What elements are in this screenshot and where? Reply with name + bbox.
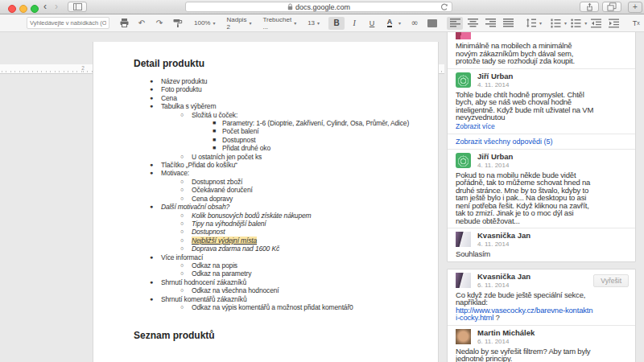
back-button[interactable]: ‹ xyxy=(40,0,50,14)
show-more-link[interactable]: Zobrazit více xyxy=(456,122,627,130)
doc-list-item[interactable]: ○Odkaz na parametry xyxy=(93,269,438,278)
close-window-button[interactable] xyxy=(8,5,16,13)
doc-list-item[interactable]: ●Tabulka s výběrem xyxy=(93,102,438,110)
doc-list-item[interactable]: ○Nejbližší výdejní místa xyxy=(93,237,438,245)
increase-indent-icon xyxy=(609,19,619,28)
align-left-button[interactable] xyxy=(447,17,463,30)
comment-author: Kvasnička Jan xyxy=(477,273,530,281)
doc-list-item[interactable]: ●Motivace: xyxy=(93,169,438,177)
comment[interactable]: 4. 11. 2014Minimálně na mobilech a minim… xyxy=(448,32,635,69)
comment-header: Kvasnička Jan4. 11. 2014 xyxy=(456,232,627,248)
font-size-select[interactable]: 13 ▾ xyxy=(304,17,323,30)
doc-list-item[interactable]: ○Tipy na výhodnější balení xyxy=(93,220,438,228)
comment-text: Co když zde bude ještě speciální sekce, … xyxy=(456,291,594,322)
doc-list-item[interactable]: ●Foto produktu xyxy=(93,85,438,93)
doc-text: Dostupnost zboží xyxy=(192,178,242,186)
bulleted-list-button[interactable] xyxy=(568,17,584,30)
insert-link-button[interactable]: ∞ xyxy=(407,17,423,30)
align-justify-button[interactable] xyxy=(500,17,516,30)
refresh-button[interactable] xyxy=(440,3,448,11)
doc-list-item[interactable]: ○Dostupnost xyxy=(93,228,438,236)
increase-indent-button[interactable] xyxy=(605,17,621,30)
font-select[interactable]: Trebuchet ... ▾ xyxy=(259,17,299,30)
doc-text: Tipy na výhodnější balení xyxy=(192,220,266,228)
comment[interactable]: Martin Michálek6. 11. 2014Nedalo by se v… xyxy=(448,326,635,362)
zoom-select[interactable]: 100% ▾ xyxy=(191,17,218,30)
doc-heading-2[interactable]: Seznam produktů xyxy=(93,311,438,341)
numbered-list-icon xyxy=(551,19,561,28)
doc-list-item[interactable]: ○Odkaz na popis xyxy=(93,261,438,269)
doc-list-item[interactable]: ●Tlačítko „Přidat do košíku“ xyxy=(93,161,438,169)
minimize-window-button[interactable] xyxy=(19,5,27,13)
comment-link[interactable]: http://www.vasecocky.cz/barevne-kontaktn… xyxy=(456,306,592,323)
undo-button[interactable]: ↶ xyxy=(134,17,150,30)
new-tab-button[interactable]: + xyxy=(628,2,642,13)
doc-list-item[interactable]: ●Další motivační obsah? xyxy=(93,203,438,211)
doc-text: Tabulka s výběrem xyxy=(161,102,216,110)
doc-text: Přidat druhé oko xyxy=(222,144,270,152)
doc-list-item[interactable]: ○Dostupnost zboží xyxy=(93,178,438,186)
decrease-indent-button[interactable] xyxy=(588,17,604,30)
doc-list-item[interactable]: ■Parametry: 1-6 (Dioptrie, Zakřivení, Cy… xyxy=(93,119,438,127)
italic-button[interactable]: I xyxy=(346,17,362,30)
doc-text: Dostupnost xyxy=(192,228,225,236)
redo-button[interactable]: ↷ xyxy=(151,17,167,30)
bullet-icon: ○ xyxy=(180,220,184,228)
sidebar-toggle-button[interactable] xyxy=(68,2,87,12)
bullet-icon: ○ xyxy=(180,186,184,194)
doc-list-item[interactable]: ●Název produktu xyxy=(93,77,438,85)
share-button[interactable] xyxy=(580,2,599,12)
doc-list-item[interactable]: ■Přidat druhé oko xyxy=(93,144,438,152)
doc-list-item[interactable]: ○U ostatních jen počet ks xyxy=(93,153,438,161)
comment[interactable]: Kvasnička Jan6. 11. 2014VyřešitCo když z… xyxy=(448,269,635,326)
bullet-icon: ○ xyxy=(180,245,184,253)
doc-list-item[interactable]: ●Shrnutí hodnocení zákazníků xyxy=(93,278,438,286)
doc-list-item[interactable]: ●Cena xyxy=(93,94,438,102)
numbered-list-button[interactable] xyxy=(547,17,564,30)
paragraph-style-select[interactable]: Nadpis 2 ▾ xyxy=(223,17,254,30)
insert-image-button[interactable] xyxy=(424,17,440,30)
doc-list-item[interactable]: ○Složitá u čoček: xyxy=(93,111,438,119)
bullet-icon: ● xyxy=(150,278,153,286)
align-center-button[interactable] xyxy=(464,17,481,30)
doc-list-item[interactable]: ○Doprava zdarma nad 1600 Kč xyxy=(93,245,438,253)
doc-list-item[interactable]: ○Odkaz na všechna hodnocení xyxy=(93,286,438,294)
doc-list-item[interactable]: ○Cena dopravy xyxy=(93,195,438,203)
forward-button[interactable]: › xyxy=(52,0,61,14)
doc-text: Parametry: 1-6 (Dioptrie, Zakřivení, Cyl… xyxy=(222,119,409,127)
line-spacing-button[interactable] xyxy=(522,17,539,30)
doc-list-item[interactable]: ○Kolik bonusových bodů získáte nákupem xyxy=(93,212,438,220)
document-page[interactable]: Detail produktu ●Název produktu●Foto pro… xyxy=(93,42,439,362)
menu-search-input[interactable] xyxy=(27,17,109,29)
doc-list-item[interactable]: ●Shrnutí komentářů zákazníků xyxy=(93,295,438,303)
zoom-window-button[interactable] xyxy=(31,5,39,13)
comment[interactable]: Jiří Urban4. 11. 2014Pokud to na mobilu … xyxy=(448,150,635,229)
doc-list-item[interactable]: ■Počet balení xyxy=(93,127,438,135)
address-bar[interactable]: docs.google.com xyxy=(185,2,452,12)
show-all-replies-link[interactable]: Zobrazit všechny odpovědi (5) xyxy=(448,134,635,150)
clear-formatting-button[interactable]: Tx xyxy=(628,17,644,30)
chevron-down-icon: ▾ xyxy=(294,20,296,26)
doc-text: Shrnutí komentářů zákazníků xyxy=(161,295,247,303)
text-color-button[interactable]: A xyxy=(382,17,398,30)
print-button[interactable] xyxy=(116,17,132,30)
comment[interactable]: Kvasnička Jan4. 11. 2014Souhlasím xyxy=(448,228,635,261)
doc-text: Odkaz na parametry xyxy=(192,269,251,278)
doc-text: U ostatních jen počet ks xyxy=(192,153,262,161)
doc-list-item[interactable]: ■Dostupnost xyxy=(93,136,438,144)
font-size-value: 13 xyxy=(308,19,315,27)
comment[interactable]: Jiří Urban4. 11. 2014Tohle bude chtít ho… xyxy=(448,69,635,134)
doc-list-item[interactable]: ○Očekávané doručení xyxy=(93,186,438,194)
tabs-overview-button[interactable] xyxy=(602,2,621,12)
doc-list-item[interactable]: ●Více informací xyxy=(93,253,438,261)
doc-list-item[interactable]: ○Odkaz na výpis komentářů a možnost přid… xyxy=(93,303,438,311)
bullet-icon: ■ xyxy=(213,127,216,135)
align-right-button[interactable] xyxy=(482,17,498,30)
bold-button[interactable]: B xyxy=(328,17,345,30)
comment-card[interactable]: 4. 11. 2014Minimálně na mobilech a minim… xyxy=(447,32,636,262)
underline-button[interactable]: U xyxy=(364,17,380,30)
resolve-button[interactable]: Vyřešit xyxy=(593,274,629,287)
paint-format-button[interactable] xyxy=(169,17,185,30)
comment-card[interactable]: Kvasnička Jan6. 11. 2014VyřešitCo když z… xyxy=(447,269,636,362)
doc-heading[interactable]: Detail produktu xyxy=(93,42,438,69)
